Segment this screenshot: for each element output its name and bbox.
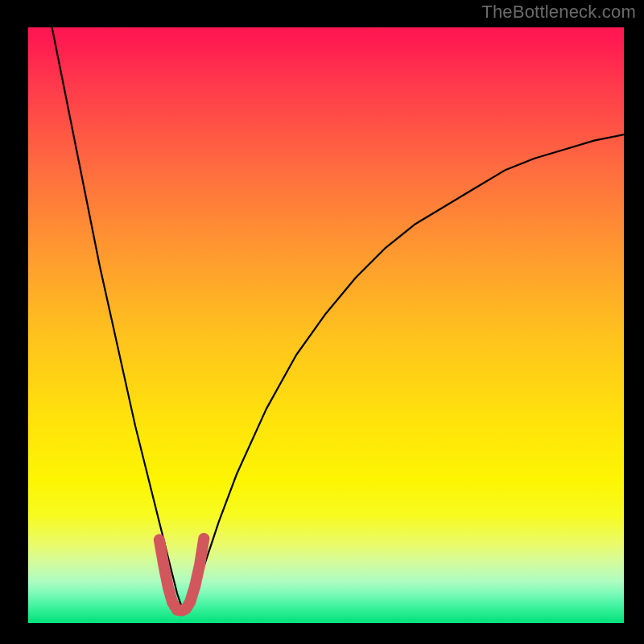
curve-layer <box>28 27 624 623</box>
watermark-text: TheBottleneck.com <box>481 2 636 23</box>
outer-frame: TheBottleneck.com <box>0 0 644 644</box>
highlight-region <box>159 539 204 611</box>
bottleneck-curve <box>52 27 624 611</box>
plot-area <box>28 27 624 623</box>
